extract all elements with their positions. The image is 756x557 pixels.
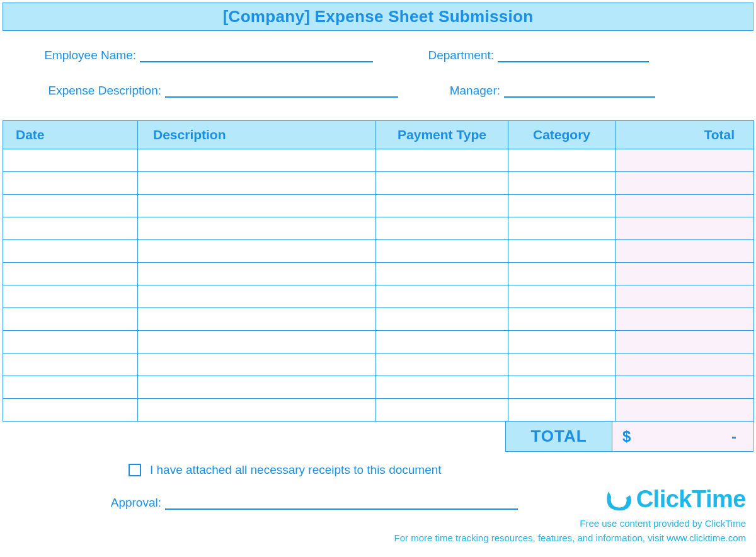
brand-logo: ClickTime (394, 486, 746, 513)
table-row (3, 331, 754, 353)
cell-category[interactable] (508, 195, 616, 217)
cell-description[interactable] (138, 149, 376, 172)
cell-date[interactable] (3, 285, 138, 308)
manager-field[interactable] (504, 84, 655, 98)
cell-date[interactable] (3, 353, 138, 376)
expense-table: Date Description Payment Type Category T… (3, 120, 754, 422)
col-date: Date (3, 121, 138, 149)
cell-total[interactable] (616, 217, 754, 240)
cell-payment_type[interactable] (376, 149, 508, 172)
table-row (3, 285, 754, 308)
table-row (3, 195, 754, 217)
table-row (3, 240, 754, 263)
cell-total[interactable] (616, 149, 754, 172)
col-total: Total (616, 121, 754, 149)
cell-payment_type[interactable] (376, 285, 508, 308)
cell-payment_type[interactable] (376, 376, 508, 399)
col-payment-type: Payment Type (376, 121, 508, 149)
cell-total[interactable] (616, 353, 754, 376)
table-row (3, 263, 754, 285)
table-row (3, 172, 754, 195)
cell-description[interactable] (138, 331, 376, 353)
table-row (3, 308, 754, 331)
cell-payment_type[interactable] (376, 308, 508, 331)
cell-category[interactable] (508, 331, 616, 353)
cell-total[interactable] (616, 285, 754, 308)
table-row (3, 149, 754, 172)
cell-category[interactable] (508, 399, 616, 422)
total-currency: $ (622, 428, 631, 445)
cell-category[interactable] (508, 217, 616, 240)
total-value: $ - (612, 422, 753, 452)
footer-line-2: For more time tracking resources, featur… (394, 531, 746, 546)
approval-label: Approval: (28, 496, 165, 510)
department-label: Department: (416, 49, 498, 62)
cell-payment_type[interactable] (376, 399, 508, 422)
cell-description[interactable] (138, 285, 376, 308)
page-title: [Company] Expense Sheet Submission (3, 3, 753, 31)
total-row: TOTAL $ - (3, 422, 753, 452)
cell-category[interactable] (508, 149, 616, 172)
cell-total[interactable] (616, 376, 754, 399)
cell-payment_type[interactable] (376, 172, 508, 195)
cell-total[interactable] (616, 331, 754, 353)
cell-description[interactable] (138, 217, 376, 240)
total-amount: - (631, 428, 736, 445)
col-description: Description (138, 121, 376, 149)
footer: ClickTime Free use content provided by C… (394, 486, 746, 545)
cell-payment_type[interactable] (376, 263, 508, 285)
cell-date[interactable] (3, 331, 138, 353)
cell-category[interactable] (508, 376, 616, 399)
cell-date[interactable] (3, 263, 138, 285)
cell-category[interactable] (508, 263, 616, 285)
cell-total[interactable] (616, 308, 754, 331)
cell-payment_type[interactable] (376, 195, 508, 217)
table-row (3, 399, 754, 422)
cell-description[interactable] (138, 263, 376, 285)
cell-category[interactable] (508, 285, 616, 308)
cell-payment_type[interactable] (376, 353, 508, 376)
receipts-text: I have attached all necessary receipts t… (150, 463, 442, 477)
cell-payment_type[interactable] (376, 217, 508, 240)
cell-description[interactable] (138, 172, 376, 195)
cell-total[interactable] (616, 195, 754, 217)
footer-line-1: Free use content provided by ClickTime (394, 517, 746, 531)
cell-total[interactable] (616, 399, 754, 422)
expense-description-label: Expense Description: (28, 84, 165, 98)
cell-total[interactable] (616, 172, 754, 195)
cell-date[interactable] (3, 149, 138, 172)
cell-category[interactable] (508, 172, 616, 195)
cell-date[interactable] (3, 376, 138, 399)
cell-category[interactable] (508, 308, 616, 331)
employee-name-field[interactable] (140, 49, 373, 62)
department-field[interactable] (498, 49, 649, 62)
cell-description[interactable] (138, 376, 376, 399)
receipts-checkbox[interactable] (129, 464, 141, 476)
cell-date[interactable] (3, 195, 138, 217)
table-row (3, 217, 754, 240)
expense-description-field[interactable] (165, 84, 398, 98)
manager-label: Manager: (441, 84, 504, 98)
employee-name-label: Employee Name: (28, 49, 140, 62)
cell-date[interactable] (3, 240, 138, 263)
clicktime-icon (605, 488, 634, 512)
cell-category[interactable] (508, 353, 616, 376)
col-category: Category (508, 121, 616, 149)
cell-description[interactable] (138, 353, 376, 376)
svg-rect-1 (613, 497, 617, 504)
cell-description[interactable] (138, 195, 376, 217)
cell-payment_type[interactable] (376, 331, 508, 353)
cell-date[interactable] (3, 399, 138, 422)
table-row (3, 353, 754, 376)
cell-category[interactable] (508, 240, 616, 263)
cell-date[interactable] (3, 308, 138, 331)
cell-payment_type[interactable] (376, 240, 508, 263)
cell-total[interactable] (616, 263, 754, 285)
brand-name: ClickTime (636, 486, 746, 513)
cell-total[interactable] (616, 240, 754, 263)
cell-description[interactable] (138, 399, 376, 422)
cell-description[interactable] (138, 308, 376, 331)
cell-date[interactable] (3, 172, 138, 195)
cell-date[interactable] (3, 217, 138, 240)
cell-description[interactable] (138, 240, 376, 263)
